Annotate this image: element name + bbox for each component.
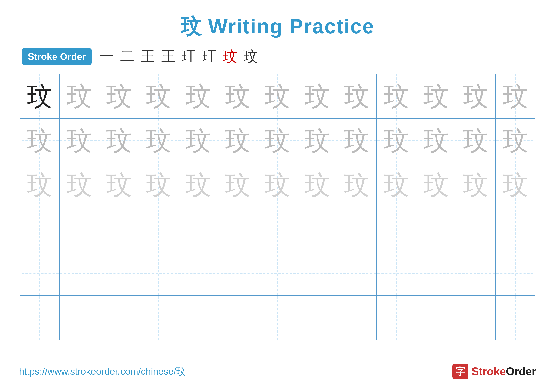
stroke-order-badge: Stroke Order (22, 48, 92, 65)
table-cell: 玟 (20, 74, 59, 118)
table-cell: 玟 (337, 118, 377, 163)
footer: https://www.strokeorder.com/chinese/玟 字 … (19, 363, 536, 379)
stroke-2: 二 (120, 47, 134, 66)
table-cell (337, 207, 377, 251)
footer-url[interactable]: https://www.strokeorder.com/chinese/玟 (19, 365, 186, 378)
table-cell (377, 251, 416, 296)
table-cell (178, 251, 218, 296)
practice-grid: 玟 玟 玟 玟 玟 玟 玟 玟 玟 玟 玟 玟 玟 玟 玟 玟 玟 玟 玟 玟 … (20, 74, 535, 340)
table-cell (258, 251, 297, 296)
table-cell: 玟 (496, 163, 535, 207)
footer-logo-text: StrokeOrder (471, 365, 536, 378)
table-cell (59, 251, 99, 296)
table-cell (377, 296, 416, 340)
table-cell: 玟 (496, 118, 535, 163)
stroke-4: 王 (161, 47, 175, 66)
practice-char: 玟 (27, 84, 52, 109)
table-cell: 玟 (297, 74, 337, 118)
table-cell (218, 207, 258, 251)
table-cell: 玟 (218, 74, 258, 118)
table-cell (99, 251, 139, 296)
table-cell (416, 296, 456, 340)
table-cell: 玟 (218, 118, 258, 163)
table-cell: 玟 (178, 118, 218, 163)
table-cell: 玟 (20, 163, 59, 207)
table-cell (337, 251, 377, 296)
stroke-6: 玒 (202, 47, 217, 66)
table-cell (258, 296, 297, 340)
table-cell (496, 207, 535, 251)
table-cell (456, 251, 496, 296)
table-cell (20, 251, 59, 296)
cell-inner: 玟 (20, 74, 59, 118)
table-row (20, 207, 535, 251)
table-cell: 玟 (258, 118, 297, 163)
table-row: 玟 玟 玟 玟 玟 玟 玟 玟 玟 玟 玟 玟 玟 (20, 74, 535, 118)
table-cell (139, 207, 178, 251)
table-cell: 玟 (99, 118, 139, 163)
table-cell (218, 296, 258, 340)
table-cell: 玟 (99, 163, 139, 207)
stroke-8: 玟 (243, 47, 258, 66)
table-cell: 玟 (258, 163, 297, 207)
stroke-1: 一 (100, 47, 114, 66)
stroke-3: 王 (141, 47, 155, 66)
table-cell: 玟 (377, 118, 416, 163)
table-cell (456, 207, 496, 251)
table-cell: 玟 (377, 163, 416, 207)
table-cell: 玟 (59, 74, 99, 118)
table-cell: 玟 (218, 163, 258, 207)
page: 玟 Writing Practice Stroke Order 一 二 王 王 … (0, 0, 555, 392)
table-cell (297, 296, 337, 340)
table-cell: 玟 (297, 163, 337, 207)
table-cell (496, 251, 535, 296)
table-cell (218, 251, 258, 296)
footer-logo: 字 StrokeOrder (453, 363, 536, 379)
table-row: 玟 玟 玟 玟 玟 玟 玟 玟 玟 玟 玟 玟 玟 (20, 118, 535, 163)
table-cell (297, 251, 337, 296)
table-cell: 玟 (456, 118, 496, 163)
table-cell (59, 296, 99, 340)
table-cell (416, 251, 456, 296)
table-cell: 玟 (59, 118, 99, 163)
page-title: 玟 Writing Practice (181, 13, 374, 41)
table-cell: 玟 (178, 74, 218, 118)
table-cell (59, 207, 99, 251)
table-cell: 玟 (20, 118, 59, 163)
table-cell: 玟 (258, 74, 297, 118)
stroke-7: 玟 (223, 47, 237, 66)
table-cell: 玟 (139, 163, 178, 207)
table-cell: 玟 (496, 74, 535, 118)
table-cell: 玟 (178, 163, 218, 207)
table-cell: 玟 (416, 74, 456, 118)
stroke-5: 玒 (182, 47, 196, 66)
table-cell: 玟 (337, 74, 377, 118)
table-cell: 玟 (139, 118, 178, 163)
table-cell: 玟 (337, 163, 377, 207)
table-cell (258, 207, 297, 251)
table-cell: 玟 (456, 74, 496, 118)
table-cell: 玟 (297, 118, 337, 163)
table-cell (99, 296, 139, 340)
table-cell: 玟 (59, 163, 99, 207)
table-cell (178, 296, 218, 340)
table-cell (297, 207, 337, 251)
stroke-sequence: 一 二 王 王 玒 玒 玟 玟 (100, 47, 258, 66)
table-cell (456, 296, 496, 340)
table-cell (377, 207, 416, 251)
table-cell (20, 296, 59, 340)
table-cell: 玟 (377, 74, 416, 118)
table-row: 玟 玟 玟 玟 玟 玟 玟 玟 玟 玟 玟 玟 玟 (20, 163, 535, 207)
table-row (20, 251, 535, 296)
table-cell (139, 251, 178, 296)
strokeorder-logo-icon: 字 (453, 363, 468, 379)
table-cell (99, 207, 139, 251)
table-cell (178, 207, 218, 251)
table-cell (496, 296, 535, 340)
table-cell: 玟 (456, 163, 496, 207)
table-cell: 玟 (99, 74, 139, 118)
table-cell: 玟 (139, 74, 178, 118)
table-cell (20, 207, 59, 251)
stroke-order-row: Stroke Order 一 二 王 王 玒 玒 玟 玟 (19, 47, 536, 66)
table-row (20, 296, 535, 340)
